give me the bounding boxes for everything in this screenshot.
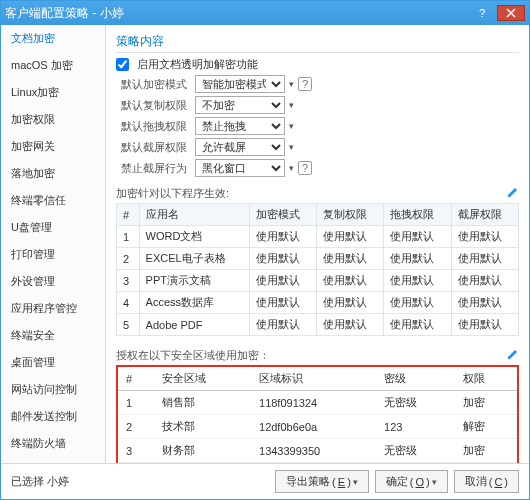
setting-row: 默认截屏权限允许截屏▾ bbox=[116, 138, 519, 156]
table-row[interactable]: 3财务部1343399350无密级加密 bbox=[118, 439, 517, 463]
sidebar-item[interactable]: 网站访问控制 bbox=[1, 376, 105, 403]
edit-programs-icon[interactable] bbox=[507, 186, 519, 198]
setting-select[interactable]: 黑化窗口 bbox=[195, 159, 285, 177]
table-row[interactable]: 1销售部118f091324无密级加密 bbox=[118, 391, 517, 415]
body: 文档加密macOS 加密Linux加密加密权限加密网关落地加密终端零信任U盘管理… bbox=[1, 25, 529, 463]
col-header: 复制权限 bbox=[316, 204, 383, 226]
help-icon[interactable]: ? bbox=[298, 77, 312, 91]
enable-checkbox[interactable] bbox=[116, 58, 129, 71]
svg-text:?: ? bbox=[479, 8, 485, 18]
sidebar: 文档加密macOS 加密Linux加密加密权限加密网关落地加密终端零信任U盘管理… bbox=[1, 25, 106, 463]
section-title: 策略内容 bbox=[116, 31, 519, 53]
window-title: 客户端配置策略 - 小婷 bbox=[5, 5, 469, 22]
setting-row: 默认拖拽权限禁止拖拽▾ bbox=[116, 117, 519, 135]
sidebar-item[interactable]: 邮件发送控制 bbox=[1, 403, 105, 430]
col-header: 区域标识 bbox=[251, 367, 376, 391]
sidebar-item[interactable]: 加密权限 bbox=[1, 106, 105, 133]
col-header: # bbox=[118, 367, 154, 391]
zones-highlight: #安全区域区域标识密级权限1销售部118f091324无密级加密2技术部12df… bbox=[116, 365, 519, 463]
col-header: 截屏权限 bbox=[451, 204, 518, 226]
sidebar-item[interactable]: 终端零信任 bbox=[1, 187, 105, 214]
sidebar-item[interactable]: 加密网关 bbox=[1, 133, 105, 160]
table-row[interactable]: 5Adobe PDF使用默认使用默认使用默认使用默认 bbox=[117, 314, 519, 336]
main-panel: 策略内容 启用文档透明加解密功能 默认加密模式智能加密模式▾?默认复制权限不加密… bbox=[106, 25, 529, 463]
setting-select[interactable]: 禁止拖拽 bbox=[195, 117, 285, 135]
zones-desc: 授权在以下安全区域使用加密： bbox=[116, 348, 507, 363]
col-header: 加密模式 bbox=[249, 204, 316, 226]
setting-row: 默认复制权限不加密▾ bbox=[116, 96, 519, 114]
chevron-down-icon: ▾ bbox=[289, 100, 294, 110]
sidebar-item[interactable]: 打印管理 bbox=[1, 241, 105, 268]
table-row[interactable]: 2技术部12df0b6e0a123解密 bbox=[118, 415, 517, 439]
enable-label: 启用文档透明加解密功能 bbox=[137, 57, 258, 72]
edit-zones-icon[interactable] bbox=[507, 348, 519, 360]
setting-select[interactable]: 智能加密模式 bbox=[195, 75, 285, 93]
chevron-down-icon: ▾ bbox=[289, 121, 294, 131]
help-icon[interactable]: ? bbox=[298, 161, 312, 175]
table-row[interactable]: 2EXCEL电子表格使用默认使用默认使用默认使用默认 bbox=[117, 248, 519, 270]
footer: 已选择 小婷 导出策略(E)▾ 确定(O)▾ 取消(C) bbox=[1, 463, 529, 499]
table-row[interactable]: 1WORD文档使用默认使用默认使用默认使用默认 bbox=[117, 226, 519, 248]
help-button[interactable]: ? bbox=[469, 5, 497, 21]
col-header: 拖拽权限 bbox=[384, 204, 451, 226]
setting-label: 默认截屏权限 bbox=[116, 140, 191, 155]
setting-label: 默认拖拽权限 bbox=[116, 119, 191, 134]
setting-label: 默认复制权限 bbox=[116, 98, 191, 113]
col-header: 安全区域 bbox=[154, 367, 251, 391]
sidebar-item[interactable]: 外设管理 bbox=[1, 268, 105, 295]
table-row[interactable]: 4Access数据库使用默认使用默认使用默认使用默认 bbox=[117, 292, 519, 314]
chevron-down-icon: ▾ bbox=[432, 477, 437, 487]
cancel-button[interactable]: 取消(C) bbox=[454, 470, 519, 493]
close-button[interactable] bbox=[497, 5, 525, 21]
sidebar-item[interactable]: 落地加密 bbox=[1, 160, 105, 187]
export-button[interactable]: 导出策略(E)▾ bbox=[275, 470, 369, 493]
sidebar-item[interactable]: 文档加密 bbox=[1, 25, 105, 52]
col-header: 应用名 bbox=[139, 204, 249, 226]
sidebar-item[interactable]: Linux加密 bbox=[1, 79, 105, 106]
col-header: # bbox=[117, 204, 140, 226]
sidebar-item[interactable]: 应用程序管控 bbox=[1, 295, 105, 322]
table-row[interactable]: 3PPT演示文稿使用默认使用默认使用默认使用默认 bbox=[117, 270, 519, 292]
setting-row: 禁止截屏行为黑化窗口▾? bbox=[116, 159, 519, 177]
setting-select[interactable]: 允许截屏 bbox=[195, 138, 285, 156]
sidebar-item[interactable]: U盘管理 bbox=[1, 214, 105, 241]
chevron-down-icon: ▾ bbox=[353, 477, 358, 487]
sidebar-item[interactable]: 桌面管理 bbox=[1, 349, 105, 376]
setting-label: 禁止截屏行为 bbox=[116, 161, 191, 176]
titlebar: 客户端配置策略 - 小婷 ? bbox=[1, 1, 529, 25]
col-header: 权限 bbox=[455, 367, 517, 391]
chevron-down-icon: ▾ bbox=[289, 142, 294, 152]
ok-button[interactable]: 确定(O)▾ bbox=[375, 470, 448, 493]
chevron-down-icon: ▾ bbox=[289, 163, 294, 173]
enable-row: 启用文档透明加解密功能 bbox=[116, 57, 519, 72]
zones-table: #安全区域区域标识密级权限1销售部118f091324无密级加密2技术部12df… bbox=[118, 367, 517, 463]
col-header: 密级 bbox=[376, 367, 455, 391]
programs-desc: 加密针对以下程序生效: bbox=[116, 186, 507, 201]
sidebar-item[interactable]: macOS 加密 bbox=[1, 52, 105, 79]
app-window: 客户端配置策略 - 小婷 ? 文档加密macOS 加密Linux加密加密权限加密… bbox=[0, 0, 530, 500]
setting-label: 默认加密模式 bbox=[116, 77, 191, 92]
sidebar-item[interactable]: 终端安全 bbox=[1, 322, 105, 349]
chevron-down-icon: ▾ bbox=[289, 79, 294, 89]
sidebar-item[interactable]: 终端防火墙 bbox=[1, 430, 105, 457]
selected-indicator: 已选择 小婷 bbox=[11, 474, 269, 489]
setting-select[interactable]: 不加密 bbox=[195, 96, 285, 114]
setting-row: 默认加密模式智能加密模式▾? bbox=[116, 75, 519, 93]
programs-table: #应用名加密模式复制权限拖拽权限截屏权限1WORD文档使用默认使用默认使用默认使… bbox=[116, 203, 519, 336]
